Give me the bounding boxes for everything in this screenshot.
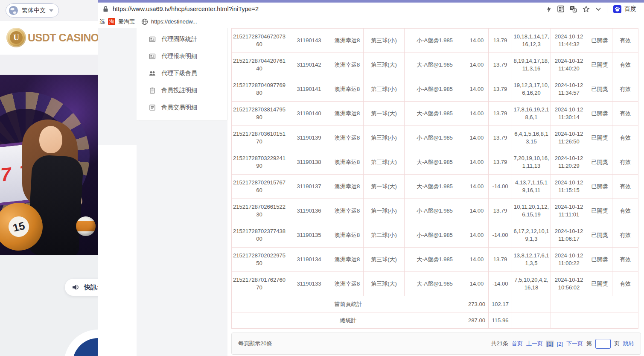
translate-icon[interactable]: [570, 6, 577, 13]
table-row: 215217287020229755031190134澳洲幸运8第三球(大)大-…: [232, 248, 638, 272]
language-label: 繁体中文: [22, 7, 46, 15]
report-icon: [149, 36, 156, 43]
winloss-cell: 13.79: [489, 199, 512, 223]
pagination-bar: 每頁顯示20條 共21条 首页 上一页 [1] [2] 下一页 第 页 跳转: [231, 333, 641, 355]
summary-blank: [551, 296, 638, 312]
draw-result-cell: 4,13,7,1,15,19,16,11: [512, 175, 551, 199]
jump-page-input[interactable]: [595, 339, 611, 349]
coin-logo-icon: U: [6, 28, 26, 47]
time-cell: 2024-10-12 11:44:32: [551, 29, 587, 53]
jump-suffix-label: 页: [614, 340, 620, 347]
sidebar-item-team-stats[interactable]: 代理團隊統計: [137, 31, 227, 48]
baidu-label: 百度: [624, 5, 636, 13]
table-row: 215217287046720736031190143澳洲幸运8第三球(小)小-…: [232, 29, 638, 53]
document-icon: [149, 104, 156, 111]
time-cell: 2024-10-12 11:15:15: [551, 175, 587, 199]
play-type-cell: 第一球(大): [364, 102, 405, 126]
url-text[interactable]: https://www.usa69.tv/hhcp/usercenter.htm…: [113, 6, 259, 12]
table-row: 215217287040977698031190141澳洲幸运8第三球(小)小-…: [232, 77, 638, 102]
sidebar-item-report-detail[interactable]: 代理報表明細: [137, 48, 227, 65]
sidebar-item-sub-members[interactable]: 代理下級會員: [137, 65, 227, 82]
bookmark-item-url[interactable]: https://destinedw...: [151, 18, 197, 25]
play-type-cell: 第三球(大): [364, 248, 405, 272]
chevron-down-icon[interactable]: [595, 7, 601, 11]
sidebar-lower-background: [137, 120, 227, 356]
bet-content-cell: 大-A盤@1.985: [405, 175, 465, 199]
clipboard-icon: [149, 87, 156, 94]
globe-icon: [9, 6, 18, 15]
table-row: 215217287023774380031190135澳洲幸运8第二球(小)小-…: [232, 223, 638, 248]
summary-label: 總統計: [232, 312, 465, 329]
summary-row-current: 當前頁統計 273.00 102.17: [232, 296, 638, 312]
promo-banner: 7 7 15: [0, 75, 102, 255]
language-selector[interactable]: 繁体中文: [6, 3, 59, 18]
summary-winloss-total: 102.17: [489, 296, 512, 312]
play-type-cell: 第三球(小): [364, 29, 405, 53]
bet-amount-cell: 14.00: [465, 199, 489, 223]
page-2-link[interactable]: [2]: [557, 341, 563, 347]
draw-status-cell: 已開獎: [587, 29, 612, 53]
extensions-grid-icon[interactable]: [557, 6, 564, 12]
winloss-cell: 13.79: [489, 102, 512, 126]
sidebar-item-bet-detail[interactable]: 會員投註明細: [137, 82, 227, 99]
winloss-cell: 13.79: [489, 53, 512, 77]
order-no-cell: 2152172870291576760: [232, 175, 287, 199]
table-row: 215217287036101517031190139澳洲幸运8第三球(小)小-…: [232, 126, 638, 150]
next-page-link[interactable]: 下一页: [566, 340, 583, 347]
bookmark-item-aitaobao[interactable]: 爱淘宝: [118, 18, 135, 26]
first-page-link[interactable]: 首页: [512, 340, 523, 347]
time-cell: 2024-10-12 11:26:50: [551, 126, 587, 150]
table-row: 215217287038147959031190140澳洲幸运8第一球(大)大-…: [232, 102, 638, 126]
draw-result-cell: 8,19,14,17,18,11,3,16: [512, 53, 551, 77]
bookmark-star-icon[interactable]: [583, 6, 590, 13]
period-cell: 31190137: [287, 175, 331, 199]
bet-content-cell: 小-A盤@1.985: [405, 77, 465, 102]
sidebar-item-transaction-detail[interactable]: 會員交易明細: [137, 99, 227, 116]
order-no-cell: 2152172870202297550: [232, 248, 287, 272]
pager-controls: 共21条 首页 上一页 [1] [2] 下一页 第 页 跳转: [491, 339, 634, 349]
bet-content-cell: 大-A盤@1.985: [405, 248, 465, 272]
coin-monogram: U: [10, 31, 23, 44]
valid-status-cell: 有效: [612, 77, 638, 102]
order-no-cell: 2152172870467207360: [232, 29, 287, 53]
lightning-icon[interactable]: [546, 6, 552, 13]
speaker-icon: [72, 283, 80, 291]
game-cell: 澳洲幸运8: [331, 29, 364, 53]
sidebar-item-label: 會員交易明細: [161, 104, 197, 111]
page-1-current[interactable]: [1]: [546, 341, 553, 347]
draw-status-cell: 已開獎: [587, 223, 612, 248]
table-row: 215217287044207614031190142澳洲幸运8第三球(大)大-…: [232, 53, 638, 77]
period-cell: 31190135: [287, 223, 331, 248]
bet-content-cell: 大-A盤@1.985: [405, 272, 465, 296]
baidu-bookmark[interactable]: 百度: [613, 5, 636, 13]
valid-status-cell: 有效: [612, 272, 638, 296]
order-no-cell: 2152172870409776980: [232, 77, 287, 102]
play-type-cell: 第一球(小): [364, 199, 405, 223]
draw-result-cell: 10,11,20,1,12,6,15,19: [512, 199, 551, 223]
play-type-cell: 第一球(大): [364, 175, 405, 199]
winloss-cell: -14.00: [489, 272, 512, 296]
time-cell: 2024-10-12 11:00:22: [551, 248, 587, 272]
table-row: 215217287029157676031190137澳洲幸运8第一球(大)大-…: [232, 175, 638, 199]
draw-status-cell: 已開獎: [587, 77, 612, 102]
prev-page-link[interactable]: 上一页: [526, 340, 543, 347]
bookmark-item-partial[interactable]: 选: [99, 18, 105, 26]
bet-amount-cell: 14.00: [465, 248, 489, 272]
draw-result-cell: 7,20,19,10,16,1,11,13: [512, 150, 551, 175]
winloss-cell: 13.79: [489, 77, 512, 102]
page-content: 代理團隊統計 代理報表明細 代理下級會員 會員投註明細: [98, 28, 644, 356]
divider: [607, 5, 607, 13]
valid-status-cell: 有效: [612, 29, 638, 53]
address-bar[interactable]: https://www.usa69.tv/hhcp/usercenter.htm…: [98, 3, 644, 15]
draw-status-cell: 已開獎: [587, 150, 612, 175]
jump-action-link[interactable]: 跳转: [623, 340, 634, 347]
sidebar-item-label: 代理下級會員: [161, 70, 197, 77]
valid-status-cell: 有效: [612, 199, 638, 223]
lock-icon: [102, 6, 109, 12]
game-cell: 澳洲幸运8: [331, 248, 364, 272]
time-cell: 2024-10-12 11:30:14: [551, 102, 587, 126]
game-cell: 澳洲幸运8: [331, 126, 364, 150]
draw-result-cell: 7,5,10,20,4,2,16,18: [512, 272, 551, 296]
valid-status-cell: 有效: [612, 175, 638, 199]
draw-status-cell: 已開獎: [587, 199, 612, 223]
